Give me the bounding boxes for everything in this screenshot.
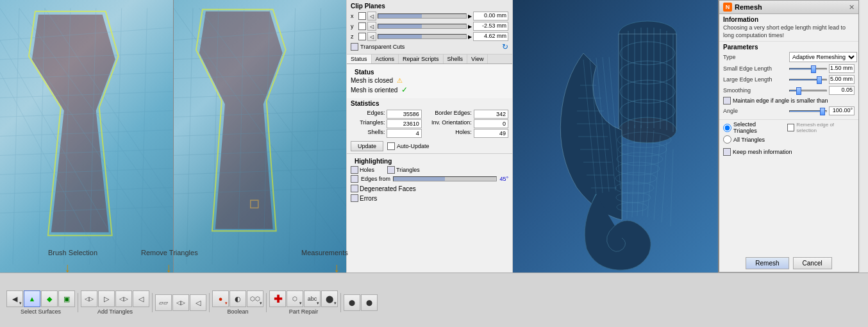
small-edge-slider[interactable] bbox=[789, 68, 827, 70]
errors-check: Errors bbox=[351, 194, 508, 202]
triangles-checkbox[interactable] bbox=[387, 166, 395, 174]
part-repair-cross[interactable]: ✚ bbox=[269, 290, 286, 307]
sep-5 bbox=[340, 293, 341, 312]
tab-status[interactable]: Status bbox=[347, 55, 372, 63]
maintain-edge-label: Maintain edge if angle is smaller than bbox=[733, 97, 828, 104]
holes-label: Holes: bbox=[422, 129, 473, 138]
select-surfaces-button[interactable]: ▲ bbox=[24, 290, 40, 307]
auto-update-checkbox[interactable] bbox=[387, 142, 395, 150]
viewport-right[interactable] bbox=[174, 0, 347, 272]
svg-marker-23 bbox=[199, 12, 282, 229]
clip-y-checkbox[interactable] bbox=[358, 22, 366, 30]
clip-y-slider[interactable] bbox=[378, 24, 467, 29]
maintain-edge-row: Maintain edge if angle is smaller than bbox=[723, 97, 855, 105]
clip-y-value[interactable]: -2.53 mm bbox=[473, 22, 508, 31]
tab-actions[interactable]: Actions bbox=[372, 55, 399, 63]
smoothing-thumb[interactable] bbox=[796, 87, 801, 95]
clip-z-checkbox[interactable] bbox=[358, 33, 366, 40]
remesh-edge-checkbox[interactable] bbox=[787, 124, 795, 131]
main-area: Clip Planes x ◁ ▶ 0.00 mm y ◁ ▶ -2.53 mm… bbox=[0, 0, 868, 272]
svg-point-58 bbox=[616, 162, 660, 175]
parameters-title: Parameters bbox=[723, 44, 855, 51]
smoothing-slider[interactable] bbox=[789, 90, 827, 92]
remove-tri-1[interactable]: ◁ bbox=[133, 290, 149, 307]
boolean-mesh-button[interactable]: ⬡⬡ bbox=[247, 290, 263, 307]
large-edge-value[interactable]: 5.00 mm bbox=[829, 75, 855, 84]
angle-slider[interactable] bbox=[789, 110, 827, 112]
viewport-left[interactable] bbox=[0, 0, 174, 272]
dialog-close-button[interactable]: ✕ bbox=[849, 3, 855, 12]
small-edge-label: Small Edge Length bbox=[723, 65, 787, 72]
mesh-oriented-row: Mesh is oriented ✓ bbox=[351, 85, 508, 94]
part-repair-circle[interactable]: ⬤ bbox=[321, 290, 338, 307]
large-edge-slider[interactable] bbox=[789, 79, 827, 81]
cancel-button[interactable]: Cancel bbox=[793, 257, 832, 269]
tab-shells[interactable]: Shells bbox=[444, 55, 468, 63]
clip-planes-section: Clip Planes x ◁ ▶ 0.00 mm y ◁ ▶ -2.53 mm… bbox=[347, 0, 512, 55]
holes-checkbox[interactable] bbox=[351, 166, 358, 174]
large-edge-thumb[interactable] bbox=[817, 76, 822, 84]
tool-fill[interactable]: ▱▱ bbox=[155, 294, 172, 311]
large-edge-label: Large Edge Length bbox=[723, 76, 787, 83]
clip-x-slider[interactable] bbox=[378, 13, 467, 19]
clip-z-minus[interactable]: ◁ bbox=[367, 32, 376, 41]
small-edge-value[interactable]: 1.50 mm bbox=[829, 64, 855, 73]
tool-bridge[interactable]: ◁▷ bbox=[172, 294, 189, 311]
refresh-icon[interactable]: ↻ bbox=[502, 42, 508, 51]
keep-mesh-checkbox[interactable] bbox=[723, 148, 731, 156]
edges-checkbox[interactable] bbox=[351, 175, 358, 183]
angle-value[interactable]: 100.00° bbox=[829, 106, 855, 115]
tab-view[interactable]: View bbox=[467, 55, 488, 63]
all-triangles-radio[interactable] bbox=[723, 135, 731, 144]
clip-planes-title: Clip Planes bbox=[351, 3, 508, 10]
smoothing-value[interactable]: 0.05 bbox=[829, 86, 855, 95]
large-edge-slider-container bbox=[789, 79, 827, 81]
large-edge-row: Large Edge Length 5.00 mm bbox=[723, 75, 855, 84]
viewport-panels bbox=[0, 0, 346, 272]
remesh-button[interactable]: Remesh bbox=[746, 257, 789, 269]
svg-line-53 bbox=[662, 142, 667, 222]
boolean-half-button[interactable]: ◐ bbox=[230, 290, 246, 307]
clip-x-value[interactable]: 0.00 mm bbox=[473, 12, 508, 21]
maintain-edge-checkbox[interactable] bbox=[723, 97, 731, 105]
update-button[interactable]: Update bbox=[351, 141, 383, 151]
selected-triangles-radio[interactable] bbox=[723, 124, 731, 132]
dialog-parameters-section: Parameters Type Adaptive Remeshing Small… bbox=[719, 42, 858, 120]
information-title: Information bbox=[723, 16, 855, 23]
shells-value: 4 bbox=[387, 129, 421, 138]
errors-checkbox[interactable] bbox=[351, 194, 358, 202]
extra-tool-1[interactable]: ⬤ bbox=[344, 294, 360, 311]
part-repair-hex[interactable]: ⬡ bbox=[287, 290, 303, 307]
transparent-cuts-label: Transparent Cuts bbox=[360, 44, 405, 50]
type-row: Type Adaptive Remeshing bbox=[723, 52, 855, 62]
degenerated-checkbox[interactable] bbox=[351, 185, 358, 192]
pointer-dropdown-button[interactable]: ◀ bbox=[6, 290, 23, 307]
small-edge-slider-container bbox=[789, 68, 827, 70]
transparent-cuts-checkbox[interactable] bbox=[351, 43, 358, 51]
inv-orientation-label: Inv. Orientation: bbox=[422, 119, 473, 128]
tool-smooth[interactable]: ◁ bbox=[190, 294, 206, 311]
tab-repair-scripts[interactable]: Repair Scripts bbox=[399, 55, 444, 63]
clip-y-minus[interactable]: ◁ bbox=[367, 22, 376, 31]
add-tri-1[interactable]: ◁▷ bbox=[81, 290, 97, 307]
small-edge-thumb[interactable] bbox=[811, 65, 816, 73]
add-tri-3[interactable]: ◁▷ bbox=[115, 290, 132, 307]
clip-z-value[interactable]: 4.62 mm bbox=[473, 32, 508, 41]
edges-slider[interactable] bbox=[393, 176, 497, 181]
statistics-title: Statistics bbox=[347, 100, 512, 107]
clip-y-label: y bbox=[351, 23, 357, 29]
add-tri-2[interactable]: ▷ bbox=[98, 290, 115, 307]
select-paint-button[interactable]: ▣ bbox=[58, 290, 75, 307]
clip-z-slider[interactable] bbox=[378, 34, 467, 39]
angle-thumb[interactable] bbox=[820, 108, 825, 115]
svg-line-54 bbox=[671, 149, 673, 226]
svg-line-52 bbox=[654, 135, 660, 220]
select-polygon-button[interactable]: ◆ bbox=[41, 290, 58, 307]
part-repair-text[interactable]: abc bbox=[304, 290, 321, 307]
extra-tool-2[interactable]: ⬤ bbox=[361, 294, 378, 311]
remesh-edge-label: Remesh edge of selection bbox=[796, 122, 855, 133]
boolean-circle-button[interactable]: ● bbox=[212, 290, 229, 307]
clip-x-checkbox[interactable] bbox=[358, 12, 366, 20]
type-select[interactable]: Adaptive Remeshing bbox=[789, 52, 857, 62]
clip-x-minus[interactable]: ◁ bbox=[367, 12, 376, 21]
